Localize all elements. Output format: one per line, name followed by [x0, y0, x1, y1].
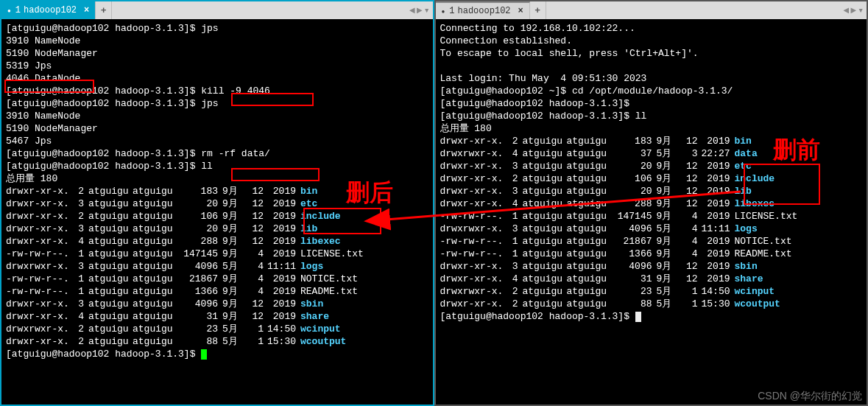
tabbar-right: 1 hadooop102 × + ◄ ► ▾: [436, 1, 867, 19]
annotation-before-delete: 删前: [773, 134, 820, 167]
annotation-after-delete: 删后: [346, 177, 393, 209]
listing-filename: README.txt: [735, 248, 792, 260]
listing-filename: data: [735, 147, 758, 160]
listing-filename: share: [735, 273, 763, 285]
listing-row: -rw-rw-r--.1atguiguatguigu1471459月42019L…: [6, 248, 428, 260]
listing-filename: etc: [735, 160, 752, 172]
listing-filename: wcoutput: [735, 298, 780, 310]
tab-label: hadooop102: [24, 5, 77, 15]
tab-index: 1: [449, 6, 454, 16]
listing-row: -rw-rw-r--.1atguiguatguigu13669月42019REA…: [6, 285, 428, 298]
tabbar-nav-right: ◄ ► ▾: [841, 1, 867, 19]
listing-filename: NOTICE.txt: [300, 273, 358, 285]
listing-row: drwxrwxr-x.3atguiguatguigu40965月411:11lo…: [440, 223, 863, 235]
listing-filename: wcinput: [735, 285, 775, 298]
listing-filename: share: [300, 310, 329, 323]
prompt-line: [atguigu@hadoop102 hadoop-3.1.3]$: [440, 310, 863, 323]
listing-filename: sbin: [300, 298, 323, 310]
output-line: 3910 NameNode: [6, 110, 428, 122]
listing-row: drwxr-xr-x.3atguiguatguigu40969月122019sb…: [6, 298, 428, 310]
tab-status-dot: [7, 5, 13, 15]
listing-row: drwxrwxr-x.2atguiguatguigu235月114:50wcin…: [6, 323, 428, 335]
listing-filename: libexec: [735, 197, 775, 210]
chevron-down-icon[interactable]: ▾: [424, 4, 430, 16]
listing-row: drwxr-xr-x.2atguiguatguigu885月115:30wcou…: [6, 335, 428, 348]
listing-row: drwxrwxr-x.2atguiguatguigu235月114:50wcin…: [440, 285, 863, 298]
chevron-left-icon[interactable]: ◄: [409, 5, 415, 16]
output-line: 5319 Jps: [6, 60, 428, 72]
listing-row: drwxrwxr-x.3atguiguatguigu40965月411:11lo…: [6, 260, 428, 273]
listing-row: drwxr-xr-x.2atguiguatguigu1069月122019inc…: [440, 172, 863, 185]
listing-filename: lib: [300, 223, 317, 235]
terminal-output-left[interactable]: [atguigu@hadoop102 hadoop-3.1.3]$ jps391…: [1, 19, 433, 405]
output-line: Connection established.: [440, 35, 863, 47]
prompt-line: [atguigu@hadoop102 ~]$ cd /opt/module/ha…: [440, 85, 863, 97]
chevron-down-icon[interactable]: ▾: [858, 4, 864, 16]
prompt-line: [atguigu@hadoop102 hadoop-3.1.3]$ jps: [6, 22, 428, 35]
csdn-watermark: CSDN @华尔街的幻觉: [758, 390, 862, 403]
listing-filename: bin: [735, 135, 752, 147]
output-line: Last login: Thu May 4 09:51:30 2023: [440, 72, 863, 85]
output-line: Connecting to 192.168.10.102:22...: [440, 22, 863, 35]
prompt-line: [atguigu@hadoop102 hadoop-3.1.3]$ ll: [440, 110, 863, 122]
listing-filename: include: [735, 172, 775, 185]
listing-row: drwxr-xr-x.4atguiguatguigu2889月122019lib…: [440, 197, 863, 210]
output-line: 5467 Jps: [6, 135, 428, 147]
prompt-line: [atguigu@hadoop102 hadoop-3.1.3]$ ll: [6, 160, 428, 172]
tab-right-1[interactable]: 1 hadooop102 ×: [436, 1, 530, 19]
listing-row: drwxr-xr-x.2atguiguatguigu885月115:30wcou…: [440, 298, 863, 310]
listing-row: drwxr-xr-x.3atguiguatguigu209月122019lib: [440, 185, 863, 197]
add-tab-button-left[interactable]: +: [96, 1, 112, 19]
listing-filename: wcoutput: [300, 335, 346, 348]
output-line: 总用量 180: [440, 122, 863, 135]
listing-filename: libexec: [300, 235, 341, 248]
tab-index: 1: [15, 5, 21, 15]
chevron-left-icon[interactable]: ◄: [844, 5, 850, 16]
prompt-line: [atguigu@hadoop102 hadoop-3.1.3]$ kill -…: [6, 85, 428, 97]
output-line: 4046 DataNode: [6, 72, 428, 85]
prompt-line: [atguigu@hadoop102 hadoop-3.1.3]$ jps: [6, 97, 428, 110]
tab-label: hadooop102: [458, 6, 511, 16]
listing-filename: LICENSE.txt: [300, 248, 364, 260]
output-line: 5190 NodeManager: [6, 47, 428, 60]
prompt-line: [atguigu@hadoop102 hadoop-3.1.3]$: [440, 97, 863, 110]
chevron-right-icon[interactable]: ►: [417, 5, 423, 16]
listing-row: -rw-rw-r--.1atguiguatguigu218679月42019NO…: [440, 235, 863, 248]
terminal-pane-right: 1 hadooop102 × + ◄ ► ▾ Connecting to 192…: [434, 0, 869, 406]
listing-row: -rw-rw-r--.1atguiguatguigu13669月42019REA…: [440, 248, 863, 260]
listing-row: drwxr-xr-x.4atguiguatguigu2889月122019lib…: [6, 235, 428, 248]
listing-row: drwxr-xr-x.3atguiguatguigu209月122019lib: [6, 223, 428, 235]
prompt-line: [atguigu@hadoop102 hadoop-3.1.3]$: [6, 348, 428, 360]
add-tab-button-right[interactable]: +: [530, 1, 546, 19]
output-line: 3910 NameNode: [6, 35, 428, 47]
tab-left-1[interactable]: 1 hadooop102 ×: [1, 1, 96, 19]
listing-filename: logs: [735, 223, 758, 235]
chevron-right-icon[interactable]: ►: [850, 5, 856, 16]
tab-status-dot: [442, 6, 447, 16]
output-line: 5190 NodeManager: [6, 122, 428, 135]
terminal-output-right[interactable]: Connecting to 192.168.10.102:22...Connec…: [436, 19, 867, 405]
listing-row: -rw-rw-r--.1atguiguatguigu1471459月42019L…: [440, 210, 863, 223]
listing-filename: wcinput: [300, 323, 341, 335]
listing-filename: README.txt: [300, 285, 358, 298]
output-line: To escape to local shell, press 'Ctrl+Al…: [440, 47, 863, 60]
close-icon[interactable]: ×: [84, 5, 89, 15]
listing-row: -rw-rw-r--.1atguiguatguigu218679月42019NO…: [6, 273, 428, 285]
prompt-line: [atguigu@hadoop102 hadoop-3.1.3]$ rm -rf…: [6, 147, 428, 160]
listing-filename: lib: [735, 185, 752, 197]
listing-filename: etc: [300, 197, 317, 210]
listing-row: drwxr-xr-x.4atguiguatguigu319月122019shar…: [6, 310, 428, 323]
listing-filename: include: [300, 210, 341, 223]
close-icon[interactable]: ×: [518, 6, 523, 16]
listing-row: drwxr-xr-x.4atguiguatguigu319月122019shar…: [440, 273, 863, 285]
listing-row: drwxr-xr-x.3atguiguatguigu40969月122019sb…: [440, 260, 863, 273]
listing-filename: bin: [300, 185, 317, 197]
listing-filename: LICENSE.txt: [735, 210, 798, 223]
listing-filename: sbin: [735, 260, 758, 273]
listing-filename: NOTICE.txt: [735, 235, 792, 248]
listing-row: drwxr-xr-x.2atguiguatguigu1069月122019inc…: [6, 210, 428, 223]
listing-filename: logs: [300, 260, 323, 273]
tabbar-left: 1 hadooop102 × + ◄ ► ▾: [1, 1, 433, 19]
tabbar-nav-left: ◄ ► ▾: [406, 1, 432, 19]
